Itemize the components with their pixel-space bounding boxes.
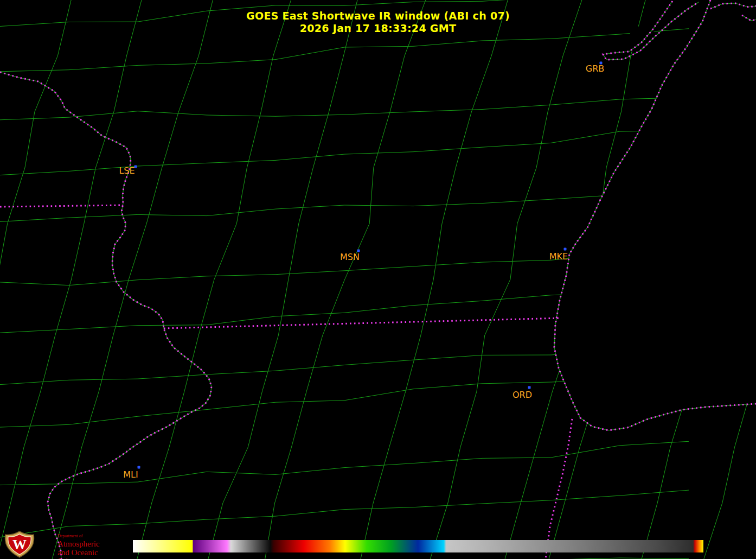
crest-w-letter: W [12,537,27,552]
uw-crest-icon: W [4,531,35,558]
station-label-LSE: LSE [119,166,134,176]
station-label-GRB: GRB [586,63,605,74]
logo-line2: and Oceanic Sciences [57,548,128,559]
title-line2: 2026 Jan 17 18:33:24 GMT [0,22,756,35]
logo-dept-label: Department of [57,534,128,538]
image-title: GOES East Shortwave IR window (ABI ch 07… [0,10,756,35]
station-dot-ORD [528,386,531,389]
station-dot-MKE [564,248,567,251]
station-label-ORD: ORD [512,390,532,400]
aos-department-logo: W Department of Atmospheric and Oceanic … [3,530,128,559]
station-label-MSN: MSN [340,252,360,262]
logo-text: Department of Atmospheric and Oceanic Sc… [57,534,128,559]
logo-line1: Atmospheric [57,539,128,548]
ir-color-scale-bar [133,540,703,552]
satellite-viewer-screen: GRBLSEMSNMKEORDMLI GOES East Shortwave I… [0,0,756,559]
map-canvas: GRBLSEMSNMKEORDMLI [0,0,756,559]
station-label-MKE: MKE [549,251,568,262]
station-dot-MLI [138,466,140,469]
station-label-MLI: MLI [123,469,138,480]
title-line1: GOES East Shortwave IR window (ABI ch 07… [0,10,756,22]
